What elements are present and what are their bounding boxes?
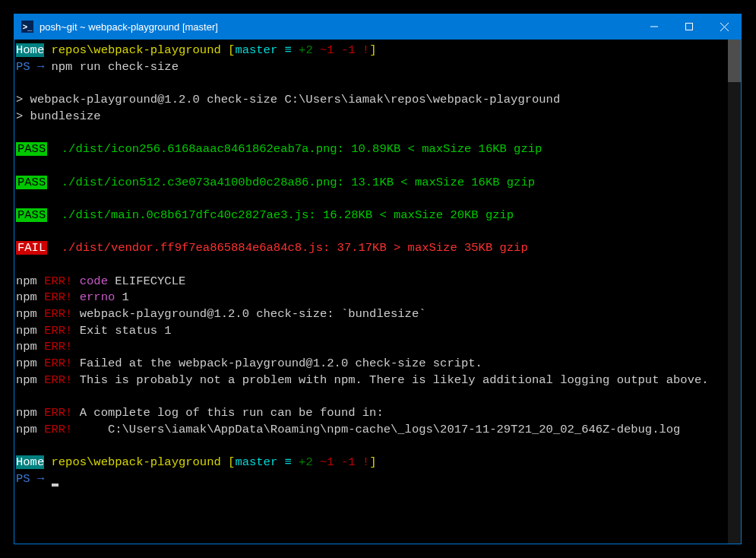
npm-script-cmd: > bundlesize [16,109,101,123]
minimize-icon [650,23,658,30]
git-deleted: -1 [334,43,356,57]
close-button[interactable] [707,14,742,40]
status-badge-pass: PASS [16,208,47,222]
svg-rect-1 [686,24,693,30]
git-added: +2 [299,43,313,57]
scrollbar[interactable] [728,40,741,544]
git-branch: master [235,455,277,469]
ps-prefix: PS [16,472,30,486]
npm-err-tag: ERR! [37,357,73,370]
status-badge-fail: FAIL [16,241,47,255]
git-branch: master [235,43,277,57]
maximize-button[interactable] [672,14,707,40]
terminal-window: >_ posh~git ~ webpack-playground [master… [14,14,742,544]
cursor [52,483,59,487]
bundlesize-result: ./dist/vendor.ff9f7ea865884e6a84c8.js: 3… [47,241,528,255]
bundlesize-result: ./dist/main.0c8b617dfc40c2827ae3.js: 16.… [47,208,514,222]
npm-err-tag: ERR! [37,324,73,338]
window-title: posh~git ~ webpack-playground [master] [40,21,218,33]
npm-err-tag: ERR! [37,373,73,387]
npm-err-tag: ERR! [37,423,73,436]
prompt-path: repos\webpack-playground [44,43,228,57]
ps-prefix: PS [16,60,30,74]
maximize-icon [685,23,693,30]
titlebar[interactable]: >_ posh~git ~ webpack-playground [master… [14,14,742,40]
status-badge-pass: PASS [16,142,47,156]
bundlesize-result: ./dist/icon512.c3e073a4100bd0c28a86.png:… [47,176,535,189]
npm-err-tag: ERR! [37,290,73,304]
git-modified: ~1 [313,43,334,57]
status-badge-pass: PASS [16,176,47,189]
bundlesize-result: ./dist/icon256.6168aaac8461862eab7a.png:… [47,142,542,156]
command-entered: npm run check-size [52,60,179,74]
terminal-output[interactable]: Home repos\webpack-playground [master ≡ … [14,40,728,544]
npm-err-tag: ERR! [37,340,73,354]
terminal-body-wrap: Home repos\webpack-playground [master ≡ … [14,40,741,544]
powershell-icon: >_ [21,21,33,33]
npm-err-tag: ERR! [37,406,73,420]
npm-err-tag: ERR! [37,274,73,288]
prompt-home-badge: Home [16,43,44,57]
scrollbar-thumb[interactable] [728,40,741,82]
close-icon [720,23,729,31]
minimize-button[interactable] [637,14,672,40]
prompt-home-badge: Home [16,455,44,469]
npm-script-header: > webpack-playground@1.2.0 check-size C:… [16,93,560,106]
npm-err-tag: ERR! [37,307,73,321]
prompt-path: repos\webpack-playground [44,455,228,469]
